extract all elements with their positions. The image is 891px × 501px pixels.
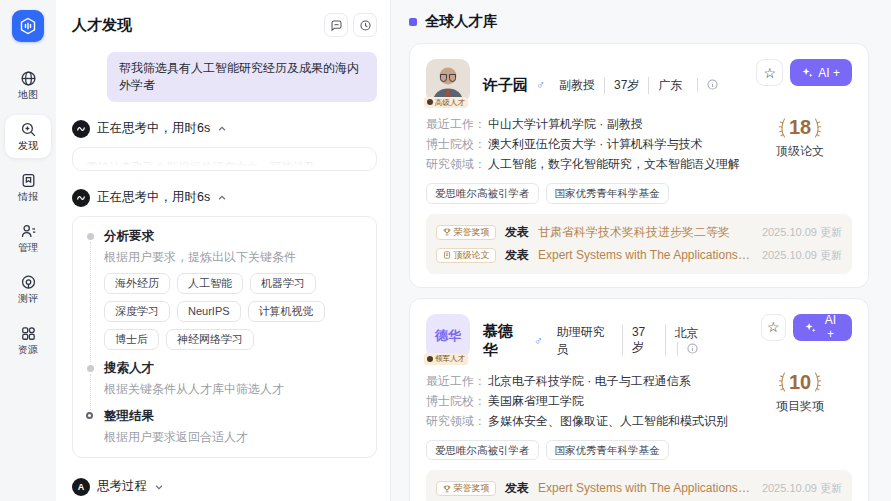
user-manage-icon (20, 223, 37, 240)
talent-tier-badge: 领军人才 (424, 353, 468, 365)
sidebar: 地图 发现 情报 管理 (0, 0, 56, 501)
laurel-left-icon (778, 372, 786, 392)
info-icon[interactable] (697, 78, 727, 92)
condition-tag: 计算机视觉 (248, 301, 325, 322)
talent-card[interactable]: 德华 领军人才 慕德华 ♂ 助理研究员 37岁 北京 (409, 298, 869, 501)
stat-value: 18 (789, 116, 811, 139)
sidebar-item-label: 发现 (18, 141, 38, 151)
condition-tag: 机器学习 (250, 273, 316, 294)
thinking-status: 正在思考中，用时6s (97, 120, 210, 137)
highlight-row: 荣誉奖项 发表 Expert Systems with The Applicat… (436, 477, 842, 500)
talent-tier-badge: 高级人才 (424, 97, 468, 109)
field-value: 北京电子科技学院 · 电子与工程通信系 (488, 371, 691, 391)
talent-meta: 副教授 37岁 广东 (559, 77, 736, 94)
highlight-badge: 荣誉奖项 (436, 481, 496, 496)
step-organize: 整理结果 根据用户要求返回合适人才 (86, 408, 363, 446)
highlight-title[interactable]: Expert Systems with The Applications new… (538, 247, 753, 264)
highlight-box: 荣誉奖项 发表 Expert Systems with The Applicat… (426, 470, 852, 501)
honor-tag: 国家优秀青年科学基金 (546, 183, 669, 204)
grid-icon (20, 325, 37, 342)
highlight-date: 2025.10.09 更新 (762, 481, 842, 496)
talent-name[interactable]: 许子园 (483, 76, 528, 95)
step-search: 搜索人才 根据关键条件从人才库中筛选人才 (86, 360, 363, 398)
sidebar-item-discover[interactable]: 发现 (5, 115, 51, 158)
app-logo[interactable] (12, 10, 44, 42)
highlight-row: 顶级论文 发表 Expert Systems with The Applicat… (436, 244, 842, 267)
talent-meta: 助理研究员 37岁 北京 (557, 324, 748, 358)
ai-plus-button[interactable]: AI + (793, 314, 852, 341)
sidebar-item-assess[interactable]: 测评 (5, 268, 51, 311)
condition-tag: 深度学习 (104, 301, 170, 322)
stat-label: 顶级论文 (758, 143, 842, 160)
results-panel: 全球人才库 高级人才 许 (391, 0, 891, 501)
history-button[interactable] (353, 13, 377, 37)
sidebar-item-label: 情报 (18, 192, 38, 202)
sidebar-item-label: 测评 (18, 294, 38, 304)
sidebar-item-resources[interactable]: 资源 (5, 319, 51, 362)
highlight-action: 发表 (505, 480, 529, 497)
user-message: 帮我筛选具有人工智能研究经历及成果的海内外学者 (107, 52, 377, 102)
field-label: 最近工作： (426, 371, 488, 391)
field-value: 澳大利亚伍伦贡大学 · 计算机科学与技术 (488, 134, 703, 154)
talent-card[interactable]: 高级人才 许子园 ♂ 副教授 37岁 广东 (409, 43, 869, 288)
sidebar-item-label: 地图 (18, 90, 38, 100)
sidebar-item-map[interactable]: 地图 (5, 64, 51, 107)
thinking-content-2: 分析要求 根据用户要求，提炼出以下关键条件 海外经历 人工智能 机器学习 深度学… (72, 216, 377, 458)
sidebar-item-manage[interactable]: 管理 (5, 217, 51, 260)
bookmark-icon (20, 172, 37, 189)
highlight-date: 2025.10.09 更新 (762, 225, 842, 240)
talent-name[interactable]: 慕德华 (483, 322, 526, 360)
highlight-box: 荣誉奖项 发表 甘肃省科学技术奖科技进步奖二等奖 2025.10.09 更新 顶… (426, 214, 852, 274)
condition-tag: 神经网络学习 (166, 329, 254, 350)
honor-tag: 爱思唯尔高被引学者 (426, 183, 539, 204)
info-icon[interactable] (677, 342, 707, 356)
stat-label: 项目奖项 (758, 398, 842, 415)
step-analyze: 分析要求 根据用户要求，提炼出以下关键条件 海外经历 人工智能 机器学习 深度学… (86, 228, 363, 351)
talent-stat: 10 项目奖项 (758, 371, 842, 415)
search-icon (20, 121, 37, 138)
thinking-block-2-header[interactable]: 正在思考中，用时6s (72, 189, 377, 207)
app-logo-icon (19, 17, 37, 35)
honor-tag: 国家优秀青年科学基金 (546, 440, 669, 461)
sidebar-item-intel[interactable]: 情报 (5, 166, 51, 209)
condition-tag: 海外经历 (104, 273, 170, 294)
thinking-process-label: 思考过程 (97, 478, 147, 495)
new-chat-button[interactable] (324, 13, 348, 37)
field-value: 人工智能，数字化智能研究，文本智能语义理解 (488, 154, 740, 174)
highlight-title[interactable]: Expert Systems with The Applications new… (538, 480, 753, 497)
male-icon: ♂ (536, 78, 545, 92)
condition-tag: NeurIPS (177, 301, 241, 322)
avatar: 德华 (426, 314, 470, 358)
assistant-avatar-icon (72, 120, 90, 138)
field-label: 研究领域： (426, 411, 488, 431)
highlight-row: 荣誉奖项 发表 甘肃省科学技术奖科技进步奖二等奖 2025.10.09 更新 (436, 221, 842, 244)
thinking-content-1: 需确认李飞飞在斯坦福的研究方向，可能涉及 CVPR/TPAMI 论文，需搜索项目… (72, 147, 377, 171)
highlight-date: 2025.10.09 更新 (762, 248, 842, 263)
thinking-status: 正在思考中，用时6s (97, 189, 210, 206)
sidebar-item-label: 资源 (18, 345, 38, 355)
thinking-process-toggle[interactable]: A 思考过程 (72, 478, 377, 496)
highlight-title[interactable]: 甘肃省科学技术奖科技进步奖二等奖 (538, 224, 753, 241)
chat-header: 人才发现 (72, 13, 377, 37)
thinking-block-1-header[interactable]: 正在思考中，用时6s (72, 120, 377, 138)
field-label: 博士院校： (426, 134, 488, 154)
assistant-avatar-icon (72, 189, 90, 207)
talent-stat: 18 顶级论文 (758, 116, 842, 160)
step-title: 分析要求 (104, 228, 363, 245)
field-label: 最近工作： (426, 114, 488, 134)
ai-plus-button[interactable]: AI + (790, 59, 852, 86)
trophy-icon (443, 228, 451, 236)
sidebar-item-label: 管理 (18, 243, 38, 253)
chevron-up-icon (217, 124, 227, 134)
sparkle-icon (802, 67, 813, 78)
highlight-badge: 荣誉奖项 (436, 225, 496, 240)
globe-icon (20, 70, 37, 87)
field-label: 博士院校： (426, 391, 488, 411)
favorite-button[interactable]: ☆ (756, 59, 783, 86)
trophy-icon (443, 485, 451, 493)
section-bullet (409, 18, 417, 26)
laurel-left-icon (778, 118, 786, 138)
condition-tag: 博士后 (104, 329, 159, 350)
field-value: 多媒体安全、图像取证、人工智能和模式识别 (488, 411, 728, 431)
favorite-button[interactable]: ☆ (761, 314, 786, 341)
